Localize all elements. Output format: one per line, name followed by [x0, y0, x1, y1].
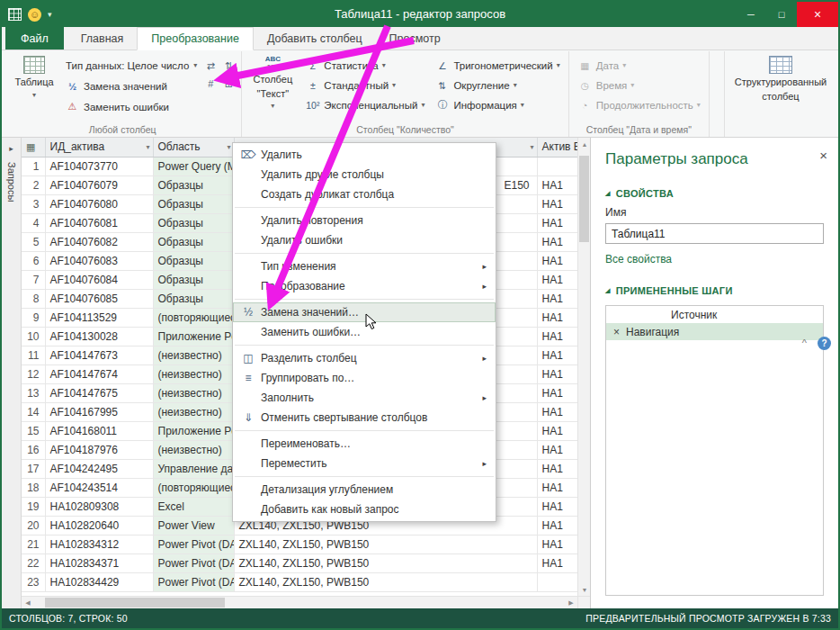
menu-item-remove[interactable]: ⌦Удалить [233, 145, 496, 165]
data-type-button[interactable]: Тип данных: Целое число ▾ [63, 57, 200, 74]
scroll-down-icon[interactable]: ▼ [578, 583, 591, 596]
tab-transform[interactable]: Преобразование [137, 27, 254, 50]
row-number[interactable]: 13 [22, 383, 45, 402]
information-button[interactable]: ⓘИнформация▾ [431, 96, 563, 113]
menu-item-transform[interactable]: Преобразование▸ [233, 276, 496, 296]
cell-area[interactable]: (неизвестно) [153, 364, 234, 383]
cell-area[interactable]: Образцы [153, 270, 234, 289]
menu-item-fill[interactable]: Заполнить▸ [233, 388, 496, 408]
menu-item-unpivot-columns[interactable]: ⇓Отменить свертывание столбцов [233, 408, 496, 428]
column-header-id[interactable]: ИД_актива▾ [45, 138, 153, 157]
cell-asset[interactable]: HA1 [537, 194, 577, 213]
cell-id[interactable]: AF104076085 [45, 289, 153, 308]
menu-item-rename[interactable]: Переименовать… [233, 434, 496, 454]
cell-area[interactable]: (неизвестно) [153, 346, 234, 364]
row-number[interactable]: 23 [22, 572, 45, 591]
cell-id[interactable]: AF104076084 [45, 270, 153, 289]
scroll-up-icon[interactable]: ▲ [578, 138, 591, 150]
cell-asset[interactable]: HA1 [537, 327, 577, 346]
row-number[interactable]: 9 [22, 308, 45, 327]
cell-asset[interactable]: HA1 [537, 497, 577, 516]
cell-area[interactable]: (повторяющиеся) [153, 308, 234, 327]
exponential-button[interactable]: 10²Экспоненциальный▾ [301, 96, 428, 113]
horizontal-scroll-track[interactable] [34, 597, 565, 608]
cell-asset[interactable]: HA1 [537, 346, 577, 364]
vertical-scroll-track[interactable] [578, 150, 590, 583]
row-number[interactable]: 22 [22, 554, 45, 572]
cell-id[interactable]: AF104168011 [45, 421, 153, 440]
text-column-button[interactable]: ABC123 Столбец "Текст" ▾ [246, 51, 299, 123]
customize-toolbar-caret-icon[interactable]: ▾ [48, 10, 52, 19]
applied-steps-section-header[interactable]: ◢ ПРИМЕНЕННЫЕ ШАГИ [605, 285, 824, 296]
cell-asset[interactable]: HA1 [537, 364, 577, 383]
horizontal-scroll-thumb[interactable] [45, 598, 225, 608]
row-number[interactable]: 17 [22, 459, 45, 478]
expand-queries-icon[interactable]: ▸ [9, 144, 13, 153]
maximize-button[interactable]: □ [766, 2, 797, 27]
close-button[interactable]: × [797, 2, 838, 27]
row-number[interactable]: 6 [22, 251, 45, 270]
vertical-scrollbar[interactable]: ▲ ▼ [577, 138, 590, 596]
filter-caret-icon[interactable]: ▾ [227, 143, 230, 151]
cell-area[interactable]: (неизвестно) [153, 440, 234, 459]
cell-asset[interactable]: HA1 [537, 308, 577, 327]
smiley-feedback-icon[interactable]: ☺ [28, 8, 41, 22]
cell-asset[interactable]: HA1 [537, 459, 577, 478]
tab-add-column[interactable]: Добавить столбец [254, 27, 376, 50]
menu-item-remove-duplicates[interactable]: Удалить повторения [233, 211, 496, 230]
cell-asset[interactable]: HA1 [537, 554, 577, 572]
collapse-ribbon-icon[interactable]: ^ [802, 338, 807, 348]
row-number[interactable]: 15 [22, 421, 45, 440]
cell-id[interactable]: HA102820640 [45, 516, 153, 535]
cell-area[interactable]: (повторяющиеся) [153, 478, 234, 497]
row-number[interactable]: 1 [22, 157, 45, 176]
row-number[interactable]: 2 [22, 176, 45, 194]
cell-id[interactable]: HA102834312 [45, 535, 153, 554]
applied-step[interactable]: Источник [606, 306, 823, 323]
grid-corner-header[interactable]: ▦ [22, 138, 45, 157]
cell-area[interactable]: Приложение Po [153, 327, 234, 346]
menu-item-remove-errors[interactable]: Удалить ошибки [233, 230, 496, 250]
cell-area[interactable]: Power Pivot (DAX) [153, 572, 234, 591]
cell-area[interactable]: (неизвестно) [153, 383, 234, 402]
row-number[interactable]: 14 [22, 402, 45, 421]
cell-area[interactable]: Power Query (M [153, 157, 234, 176]
row-number[interactable]: 18 [22, 478, 45, 497]
cell-asset[interactable]: HA1 [537, 440, 577, 459]
minimize-button[interactable]: ─ [736, 2, 766, 27]
cell-asset[interactable] [537, 157, 577, 176]
cell-area[interactable]: Образцы [153, 289, 234, 308]
menu-item-replace-values[interactable]: ½Замена значений… [233, 302, 496, 322]
cell-asset[interactable]: HA1 [537, 402, 577, 421]
cell-area[interactable]: Управление да [153, 459, 234, 478]
row-number[interactable]: 21 [22, 535, 45, 554]
cell-area[interactable]: Power View [153, 516, 234, 535]
cell-area[interactable]: Power Pivot (DAX) [153, 535, 234, 554]
row-number[interactable]: 16 [22, 440, 45, 459]
menu-item-change-type[interactable]: Тип изменения▸ [233, 256, 496, 276]
cell-asset[interactable]: HA1 [537, 176, 577, 194]
cell-asset[interactable]: HA1 [537, 289, 577, 308]
transpose-icon[interactable]: ⇄ [202, 58, 219, 74]
detect-type-icon[interactable]: ⊞ [220, 76, 237, 92]
cell-asset[interactable]: HA1 [537, 535, 577, 554]
cell-id[interactable]: AF104113529 [45, 308, 153, 327]
filter-caret-icon[interactable]: ▾ [530, 143, 533, 151]
count-rows-icon[interactable]: # [202, 76, 219, 92]
cell-area[interactable]: (неизвестно) [153, 402, 234, 421]
cell-asset[interactable]: HA1 [537, 516, 577, 535]
cell-asset[interactable]: HA1 [537, 213, 577, 232]
cell-area[interactable]: Excel [153, 497, 234, 516]
row-number[interactable]: 20 [22, 516, 45, 535]
menu-item-move[interactable]: Переместить▸ [233, 454, 496, 473]
time-button[interactable]: ◷Время▾ [574, 76, 704, 94]
row-number[interactable]: 12 [22, 364, 45, 383]
cell-id[interactable]: AF104076079 [45, 176, 153, 194]
cell-products[interactable]: ZXL140, ZXL150, PWB150 [234, 572, 537, 591]
cell-area[interactable]: Приложение Po [153, 421, 234, 440]
cell-id[interactable]: AF104147675 [45, 383, 153, 402]
cell-id[interactable]: AF104242495 [45, 459, 153, 478]
menu-item-split-column[interactable]: ◫Разделить столбец▸ [233, 348, 496, 368]
tab-view[interactable]: Просмотр [376, 27, 454, 50]
cell-products[interactable]: ZXL140, ZXL150, PWB150 [234, 554, 537, 572]
